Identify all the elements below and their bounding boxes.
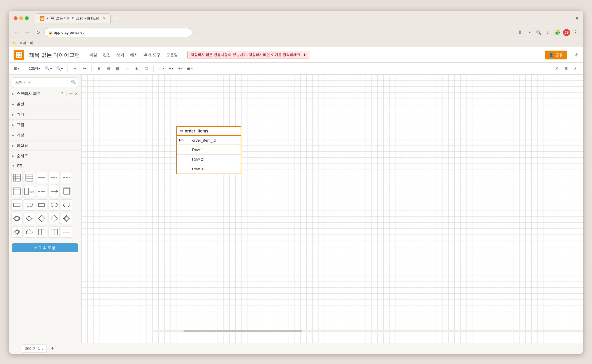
screenshare-icon[interactable]: ⊡ [525,28,533,37]
er-shape-entity1[interactable] [11,186,22,197]
er-table-order-items[interactable]: ▭ order_items PK order_item_id [176,126,241,174]
menu-edit[interactable]: 편집 [101,51,113,59]
download-icon[interactable]: ⬇ [516,28,524,37]
er-shape-cloud[interactable] [24,213,35,224]
er-table-pk-row[interactable]: PK order_item_id [177,136,241,145]
page-menu-button[interactable]: ⋮ [12,345,20,352]
new-tab-button[interactable]: + [112,14,120,22]
format-button-2[interactable]: ▦ [114,64,122,73]
share-button[interactable]: 👤 공유 [545,51,567,59]
share-label: 공유 [555,52,563,58]
er-shape-rect2[interactable] [24,199,35,211]
er-shape-book1[interactable] [36,227,47,238]
er-shape-connector2[interactable] [49,186,60,197]
connector-button-1[interactable]: → ▾ [157,64,165,73]
er-table-row-1[interactable]: Row 1 [177,145,241,155]
maximize-button[interactable] [25,16,29,20]
er-shape-connector1[interactable] [36,186,47,197]
er-shape-cloud2[interactable] [24,227,35,238]
er-table-row-3[interactable]: Row 3 [177,164,241,174]
refresh-button[interactable]: ↻ [34,28,42,37]
bookmarks-label[interactable]: 북마크바 [19,41,33,46]
zoom-in-button[interactable]: 🔍+ [44,64,54,73]
er-shape-line4[interactable] [61,227,72,238]
search-page-icon[interactable]: 🔍 [535,28,543,37]
er-shape-ellipse1[interactable] [49,199,60,211]
close-button[interactable] [14,16,17,20]
tab-close-icon[interactable]: ✕ [103,16,106,20]
sidebar-toggle-button[interactable]: ⊞ ▾ [12,64,21,73]
unsaved-banner[interactable]: 저장되지 않은 변경사항이 있습니다. 저장하시려면 여기를 클릭하세요. ⬇ [187,51,310,59]
bookmark-star-icon[interactable]: ☆ [544,28,552,37]
connector-button-2[interactable]: ⌐ ▾ [167,64,175,73]
er-shape-ellipse3[interactable] [11,213,22,224]
menu-arrange[interactable]: 배치 [128,51,140,59]
er-shape-diamond1[interactable] [36,213,47,224]
er-shape-book2[interactable] [49,227,60,238]
theme-toggle[interactable]: ☀ [574,52,578,58]
er-shape-line2[interactable] [49,172,60,183]
canvas-area[interactable]: ▭ order_items PK order_item_id [81,75,583,343]
page-tab-1[interactable]: 페이지-1 ∨ [22,344,47,353]
er-shape-diamond4[interactable] [11,227,22,238]
back-button[interactable]: ← [12,28,21,37]
format-button-1[interactable]: ▤ [104,64,112,73]
basic-header[interactable]: ▶ 기본 [9,130,81,140]
advanced-header[interactable]: ▶ 고급 [9,120,81,130]
er-shape-diamond3[interactable] [61,213,72,224]
fill-button[interactable]: ◈ [133,64,141,73]
panel-button[interactable]: ⊟ [562,64,570,73]
menu-view[interactable]: 보기 [114,51,127,59]
redo-button[interactable]: ↪ [80,64,89,73]
arrow-header[interactable]: ▶ 화살표 [9,140,81,151]
er-shape-line3[interactable] [61,172,72,183]
collapse-panel-button[interactable]: ∧ [571,64,580,73]
er-shape-item-label[interactable]: Item [24,186,35,197]
delete-button[interactable]: 🗑 [95,64,103,73]
window-dropdown-icon[interactable]: ▾ [576,15,578,22]
er-shape-table1[interactable] [11,172,22,183]
menu-icon[interactable]: ⋮ [571,28,580,37]
shape-button[interactable]: □ [142,64,150,73]
user-avatar[interactable]: JS [563,29,570,36]
er-shape-diamond2[interactable] [49,213,60,224]
scrollbar-thumb-h[interactable] [184,330,302,332]
er-header[interactable]: ▼ ER [9,161,81,170]
line-button[interactable]: — [123,64,131,73]
edit-icon[interactable]: ✏ [69,91,73,96]
er-shape-line1[interactable] [36,172,47,183]
add-page-button[interactable]: + [49,345,56,352]
forward-button[interactable]: → [23,28,31,37]
er-shape-entity2[interactable] [61,186,72,197]
search-input[interactable] [12,77,78,87]
undo-button[interactable]: ↩ [71,64,79,73]
table-collapse-icon[interactable]: ▭ [180,129,183,133]
connector-chevron-2: ▾ [172,67,173,70]
flowchart-header[interactable]: ▶ 순서도 [9,151,81,161]
er-shape-rect1[interactable] [11,199,22,211]
insert-button[interactable]: + ▾ [176,64,184,73]
more-shapes-button[interactable]: + 그 외 도형 [12,243,78,252]
horizontal-scrollbar[interactable] [154,330,583,332]
menu-help[interactable]: 도움말 [164,51,180,59]
fullscreen-button[interactable]: ⤢ [552,64,561,73]
zoom-display[interactable]: 125% ▾ [27,66,42,71]
help-icon[interactable]: ? [61,91,63,96]
extensions-icon[interactable]: 🧩 [554,28,562,37]
er-shape-ellipse2[interactable] [61,199,72,211]
er-shape-table2[interactable] [24,172,35,183]
add-icon[interactable]: + [65,91,67,96]
table-button[interactable]: ☰ ▾ [186,64,194,73]
minimize-button[interactable] [19,16,23,20]
url-bar[interactable]: 🔒 app.diagrams.net [44,28,192,37]
active-tab[interactable]: 제목 없는 다이어그램 - draw.io ✕ [35,13,111,23]
er-table-row-2[interactable]: Row 2 [177,155,241,164]
scratch-pad-header[interactable]: ▶ 스크래치 패드 ? + ✏ ✕ [9,89,81,99]
other-header[interactable]: ▶ 기타 [9,109,81,119]
er-shape-rect3[interactable] [36,199,47,211]
zoom-out-button[interactable]: 🔍− [55,64,65,73]
menu-file[interactable]: 파일 [87,51,99,59]
general-header[interactable]: ▶ 일반 [9,99,81,109]
close-icon[interactable]: ✕ [75,91,78,96]
menu-extras[interactable]: 추가 도구 [141,51,163,59]
